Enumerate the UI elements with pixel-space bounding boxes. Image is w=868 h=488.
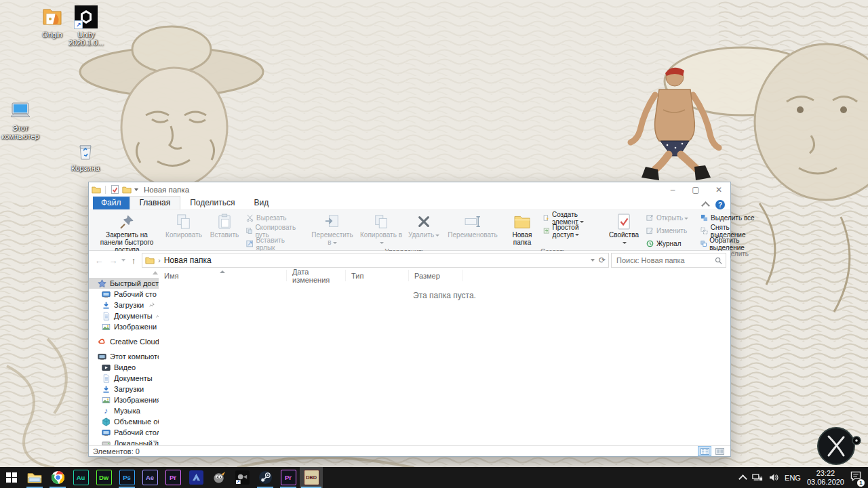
file-explorer-icon bbox=[27, 472, 42, 484]
sidebar-item-documents[interactable]: Документы bbox=[89, 373, 159, 384]
help-icon[interactable]: ? bbox=[715, 200, 725, 209]
copy-button[interactable]: Копировать bbox=[162, 211, 205, 241]
start-button[interactable] bbox=[0, 467, 23, 488]
taskbar-after-effects[interactable]: Ae bbox=[138, 467, 161, 488]
up-button[interactable]: ↑ bbox=[127, 256, 140, 266]
copy-path-button[interactable]: Скопировать путь bbox=[243, 224, 306, 237]
copy-to-button[interactable]: Копировать в bbox=[357, 211, 405, 248]
history-button[interactable]: Журнал bbox=[644, 237, 696, 250]
sidebar-item-this-pc[interactable]: Этот компьютер bbox=[89, 351, 159, 362]
tab-view[interactable]: Вид bbox=[244, 197, 278, 209]
language-indicator[interactable]: ENG bbox=[785, 474, 801, 482]
invert-selection-button[interactable]: Обратить выделение bbox=[698, 237, 768, 250]
properties-button[interactable]: Свойства bbox=[604, 211, 644, 248]
taskbar-dreamweaver[interactable]: Dw bbox=[92, 467, 115, 488]
sidebar-item-3d-objects[interactable]: Объемные объ bbox=[89, 416, 159, 427]
edit-button[interactable]: Изменить bbox=[644, 224, 696, 237]
sidebar-scrollbar[interactable] bbox=[152, 271, 159, 444]
search-icon[interactable] bbox=[715, 257, 722, 264]
tab-file[interactable]: Файл bbox=[93, 197, 130, 209]
address-bar[interactable]: › Новая папка ⟳ bbox=[142, 253, 609, 268]
taskbar-premiere[interactable]: Pr bbox=[161, 467, 184, 488]
sidebar-item-local-disk-c[interactable]: Локальный дис bbox=[89, 438, 159, 445]
breadcrumb[interactable]: Новая папка bbox=[164, 256, 212, 265]
select-none-button[interactable]: Снять выделение bbox=[698, 224, 768, 237]
sidebar-item-music[interactable]: ♪ Музыка bbox=[89, 405, 159, 416]
tab-share[interactable]: Поделиться bbox=[180, 197, 244, 209]
move-to-button[interactable]: Переместить в bbox=[307, 211, 357, 248]
explorer-main: Быстрый доступ Рабочий сто Загрузки Доку… bbox=[89, 270, 730, 445]
volume-icon[interactable] bbox=[769, 473, 778, 482]
delete-button[interactable]: Удалить bbox=[405, 211, 443, 241]
copy-path-icon bbox=[246, 227, 252, 235]
column-date[interactable]: Дата изменения bbox=[287, 270, 346, 281]
sidebar-item-creative-cloud[interactable]: Creative Cloud Fil bbox=[89, 336, 159, 347]
sidebar-item-downloads[interactable]: Загрузки bbox=[89, 384, 159, 394]
sidebar-item-documents-pinned[interactable]: Документы bbox=[89, 310, 159, 321]
recent-locations-dropdown[interactable] bbox=[121, 259, 125, 262]
qat-new-folder-button[interactable] bbox=[122, 185, 132, 195]
open-button[interactable]: Открыть bbox=[644, 211, 696, 224]
qat-customize-dropdown[interactable] bbox=[134, 188, 138, 191]
taskbar-blue-app[interactable] bbox=[184, 467, 208, 488]
maximize-button[interactable]: ▢ bbox=[684, 182, 707, 197]
paste-shortcut-icon bbox=[246, 240, 253, 247]
close-button[interactable]: ✕ bbox=[707, 182, 730, 197]
sidebar-item-pictures-pinned[interactable]: Изображени bbox=[89, 321, 159, 332]
forward-button[interactable]: → bbox=[107, 256, 119, 266]
cut-button[interactable]: Вырезать bbox=[243, 211, 306, 224]
pin-to-quick-access-button[interactable]: Закрепить на панели быстрого доступа bbox=[92, 211, 162, 256]
taskbar-premiere-2[interactable]: Pr bbox=[277, 467, 300, 488]
qat-properties-button[interactable] bbox=[110, 185, 119, 195]
tab-home[interactable]: Главная bbox=[130, 196, 181, 209]
taskbar-steam[interactable] bbox=[254, 467, 277, 488]
select-all-button[interactable]: Выделить все bbox=[698, 211, 768, 224]
taskbar-photoshop[interactable]: Ps bbox=[115, 467, 138, 488]
back-button[interactable]: ← bbox=[93, 256, 105, 266]
rename-button[interactable]: Переименовать bbox=[443, 211, 502, 241]
desktop-icon-recycle-bin[interactable]: Корзина bbox=[62, 139, 109, 172]
sidebar-item-quick-access[interactable]: Быстрый доступ bbox=[89, 278, 159, 289]
scroll-up-icon[interactable] bbox=[153, 271, 158, 274]
large-icons-view-button[interactable] bbox=[713, 446, 726, 456]
easy-access-button[interactable]: Простой доступ bbox=[540, 224, 603, 237]
sidebar-item-videos[interactable]: Видео bbox=[89, 362, 159, 373]
search-box[interactable] bbox=[611, 253, 726, 268]
address-dropdown[interactable] bbox=[591, 259, 595, 262]
minimize-button[interactable]: – bbox=[661, 182, 684, 197]
taskbar-dead-by-daylight[interactable]: DBD bbox=[300, 467, 323, 488]
refresh-icon[interactable]: ⟳ bbox=[599, 256, 606, 265]
hidden-icons-chevron[interactable] bbox=[738, 474, 747, 483]
dbd-icon: DBD bbox=[304, 470, 319, 485]
network-icon[interactable] bbox=[752, 473, 763, 482]
move-to-icon bbox=[324, 213, 340, 230]
clock[interactable]: 23:22 03.06.2020 bbox=[807, 469, 844, 487]
paste-button[interactable]: Вставить bbox=[205, 211, 243, 241]
desktop-icon-this-pc[interactable]: Этот компьютер bbox=[0, 99, 44, 140]
column-size[interactable]: Размер bbox=[409, 270, 462, 281]
taskbar-file-explorer[interactable] bbox=[23, 467, 46, 488]
sidebar-item-desktop[interactable]: Рабочий стол bbox=[89, 427, 159, 438]
column-type[interactable]: Тип bbox=[346, 270, 409, 281]
new-folder-button[interactable]: Новая папка bbox=[504, 211, 540, 248]
sidebar-item-pictures[interactable]: Изображения bbox=[89, 394, 159, 405]
sidebar-item-downloads-pinned[interactable]: Загрузки bbox=[89, 300, 159, 310]
new-item-icon bbox=[543, 214, 549, 222]
ribbon-group-organize: Переместить в Копировать в Удалить Переи… bbox=[307, 211, 502, 250]
taskbar-gimp[interactable] bbox=[208, 467, 231, 488]
scroll-down-icon[interactable] bbox=[153, 441, 158, 444]
details-view-button[interactable] bbox=[698, 446, 711, 456]
steam-icon bbox=[258, 470, 273, 485]
collapse-ribbon-icon[interactable] bbox=[701, 201, 710, 210]
search-input[interactable] bbox=[615, 256, 715, 265]
desktop-icon-unity[interactable]: ↗ Unity 2020.1.0... bbox=[62, 5, 110, 47]
taskbar-chrome[interactable] bbox=[46, 467, 69, 488]
action-center-button[interactable]: 1 bbox=[850, 471, 861, 484]
easy-access-icon bbox=[543, 227, 550, 235]
sidebar-item-desktop-pinned[interactable]: Рабочий сто bbox=[89, 289, 159, 300]
taskbar-audition[interactable]: Au bbox=[69, 467, 92, 488]
new-item-button[interactable]: Создать элемент bbox=[540, 211, 603, 224]
taskbar-game-shortcut[interactable] bbox=[231, 467, 254, 488]
paste-shortcut-button[interactable]: Вставить ярлык bbox=[243, 237, 306, 250]
title-bar[interactable]: Новая папка – ▢ ✕ bbox=[89, 182, 730, 197]
